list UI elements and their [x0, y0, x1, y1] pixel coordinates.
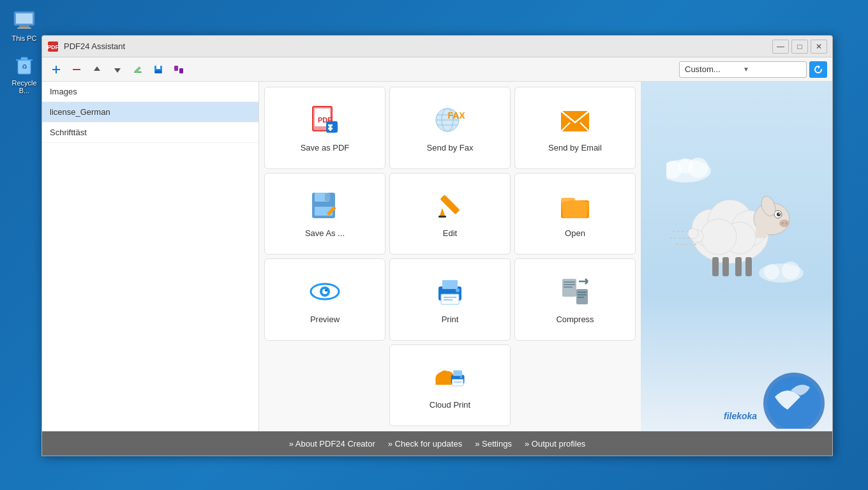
edit-icon	[433, 189, 467, 222]
send-by-email-button[interactable]: Send by Email	[514, 87, 636, 169]
refresh-button[interactable]	[809, 61, 827, 78]
dropdown-value: Custom...	[685, 64, 743, 74]
svg-rect-99	[745, 257, 752, 276]
svg-rect-2	[19, 26, 29, 27]
maximize-button[interactable]: □	[791, 40, 808, 54]
desktop-icon-recycle-bin[interactable]: ♻ Recycle B...	[5, 51, 43, 97]
print-label: Print	[442, 315, 459, 324]
fax-icon: FAX	[433, 103, 467, 137]
app-icon: PDF	[47, 41, 59, 52]
output-profiles-link[interactable]: » Output profiles	[525, 439, 585, 449]
svg-rect-88	[756, 225, 767, 238]
svg-rect-30	[328, 128, 333, 130]
updates-link[interactable]: » Check for updates	[388, 439, 462, 449]
send-by-email-label: Send by Email	[548, 143, 602, 152]
svg-rect-68	[578, 292, 587, 293]
main-window: PDF PDF24 Assistant — □ ✕	[41, 35, 833, 456]
svg-rect-55	[442, 280, 458, 289]
svg-point-74	[440, 371, 449, 380]
svg-point-90	[777, 212, 781, 216]
svg-rect-29	[328, 124, 333, 126]
svg-text:PDF: PDF	[47, 44, 59, 50]
add-button[interactable]	[47, 61, 65, 78]
cloud-print-label: Cloud Print	[430, 400, 470, 410]
edit-toolbar-button[interactable]	[129, 61, 147, 78]
preview-icon	[308, 275, 341, 308]
window-controls: — □ ✕	[772, 40, 827, 54]
svg-marker-14	[114, 68, 121, 73]
svg-rect-96	[712, 257, 719, 276]
close-button[interactable]: ✕	[811, 40, 827, 54]
print-button[interactable]: Print	[389, 258, 511, 341]
compress-icon	[558, 275, 592, 308]
desktop-icon-this-pc[interactable]: This PC	[5, 6, 43, 45]
save-as-icon	[308, 189, 341, 222]
file-item-license-german[interactable]: license_German	[42, 102, 258, 122]
svg-point-59	[456, 288, 460, 292]
illustration-content: filekoka	[641, 82, 832, 431]
svg-point-108	[678, 158, 693, 174]
svg-text:FAX: FAX	[447, 110, 465, 121]
svg-marker-46	[440, 208, 445, 216]
svg-marker-13	[94, 66, 100, 71]
save-toolbar-button[interactable]	[149, 61, 167, 78]
svg-rect-70	[578, 297, 584, 298]
cloud-print-icon	[433, 360, 467, 394]
footer: » About PDF24 Creator » Check for update…	[42, 431, 832, 456]
move-down-button[interactable]	[108, 61, 126, 78]
toolbar: Custom... ▼	[42, 57, 832, 82]
svg-rect-69	[578, 294, 587, 295]
window-title: PDF24 Assistant	[64, 41, 772, 51]
file-list-panel: Images license_German Schrifttäst	[42, 82, 259, 431]
svg-point-80	[460, 376, 462, 378]
desktop: This PC ♻ Recycle B... PDF PDF24 Assista…	[0, 0, 868, 490]
save-as-button[interactable]: Save As ...	[264, 173, 385, 255]
svg-rect-57	[444, 297, 456, 298]
save-as-pdf-button[interactable]: PDF Save as PDF	[264, 87, 385, 169]
action-grid: PDF Save as PDF	[264, 87, 636, 426]
remove-button[interactable]	[68, 61, 86, 78]
svg-rect-3	[17, 27, 31, 29]
svg-point-111	[782, 262, 800, 279]
svg-rect-6	[21, 57, 27, 60]
illustration-panel: filekoka	[641, 82, 832, 431]
svg-point-110	[764, 264, 779, 279]
compress-label: Compress	[556, 315, 594, 324]
move-up-button[interactable]	[88, 61, 106, 78]
svg-rect-11	[52, 69, 60, 70]
title-bar: PDF PDF24 Assistant — □ ✕	[42, 36, 832, 57]
about-link[interactable]: » About PDF24 Creator	[289, 439, 375, 449]
svg-rect-27	[326, 121, 338, 133]
edit-label: Edit	[443, 228, 457, 238]
svg-rect-42	[325, 193, 330, 201]
open-button[interactable]: Open	[514, 173, 636, 255]
save-as-pdf-label: Save as PDF	[301, 143, 350, 152]
compress-button[interactable]: Compress	[514, 258, 636, 341]
send-by-fax-button[interactable]: FAX Send by Fax	[389, 87, 511, 169]
profile-dropdown[interactable]: Custom... ▼	[679, 61, 807, 78]
save-as-label: Save As ...	[305, 228, 345, 238]
svg-rect-12	[73, 69, 80, 70]
preview-label: Preview	[310, 315, 340, 324]
svg-point-86	[701, 219, 737, 255]
svg-point-91	[779, 213, 780, 214]
svg-point-93	[781, 222, 784, 225]
svg-rect-63	[564, 286, 572, 288]
minimize-button[interactable]: —	[772, 40, 789, 54]
dropdown-arrow-icon: ▼	[743, 66, 801, 73]
merge-toolbar-button[interactable]	[170, 61, 188, 78]
file-item-schriftaest[interactable]: Schrifttäst	[42, 122, 258, 143]
svg-rect-1	[16, 13, 33, 24]
desktop-icon-label: Recycle B...	[8, 79, 41, 94]
cloud-print-button[interactable]: Cloud Print	[389, 345, 511, 427]
file-item-images[interactable]: Images	[42, 82, 258, 102]
svg-point-94	[785, 222, 788, 225]
edit-button[interactable]: Edit	[389, 173, 511, 255]
desktop-icon-label: This PC	[11, 34, 36, 42]
svg-point-92	[779, 219, 789, 227]
action-panel: PDF Save as PDF	[259, 82, 641, 431]
svg-rect-20	[174, 66, 178, 71]
svg-text:filekoka: filekoka	[724, 411, 757, 421]
preview-button[interactable]: Preview	[264, 258, 385, 341]
settings-link[interactable]: » Settings	[475, 439, 512, 449]
